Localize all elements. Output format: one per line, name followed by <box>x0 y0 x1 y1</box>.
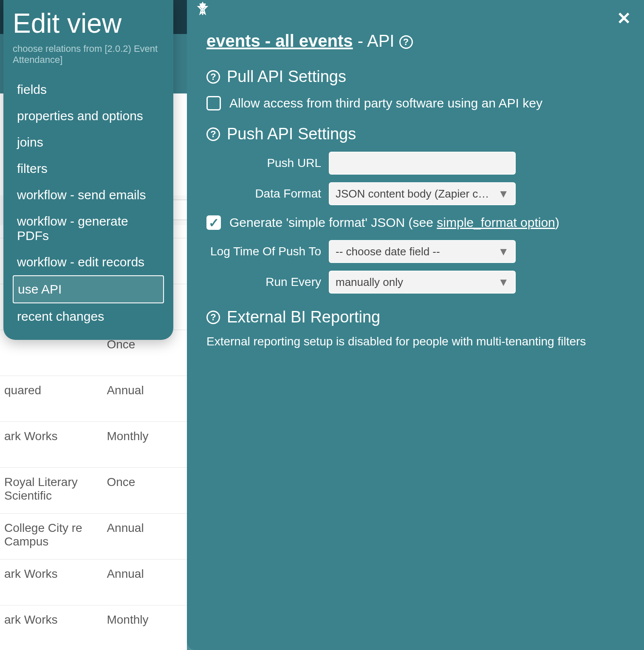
help-icon[interactable]: ? <box>206 127 220 141</box>
log-time-select[interactable]: -- choose date field -- ▼ <box>329 240 516 263</box>
edit-view-item[interactable]: use API <box>13 275 164 303</box>
chevron-down-icon: ▼ <box>498 276 509 289</box>
simple-format-label: Generate 'simple format' JSON (see simpl… <box>229 215 559 230</box>
simple-format-row[interactable]: ✓ Generate 'simple format' JSON (see sim… <box>206 215 624 230</box>
log-time-value: -- choose date field -- <box>336 245 440 258</box>
data-format-select[interactable]: JSON content body (Zapier c… ▼ <box>329 182 516 205</box>
simple-format-suffix: ) <box>555 215 559 229</box>
api-settings-modal: ✕ events - all events - API ? ? Pull API… <box>187 0 644 650</box>
push-section-head: ? Push API Settings <box>206 125 624 143</box>
table-cell: Monthly <box>102 613 193 627</box>
edit-view-menu: fieldsproperties and optionsjoinsfilters… <box>13 76 164 330</box>
edit-view-item[interactable]: joins <box>13 129 164 155</box>
data-format-row: Data Format JSON content body (Zapier c…… <box>206 182 624 205</box>
run-every-row: Run Every manually only ▼ <box>206 271 624 294</box>
data-format-label: Data Format <box>206 187 321 201</box>
modal-title: events - all events - API ? <box>206 31 624 51</box>
table-cell: Annual <box>102 567 193 581</box>
table-cell: Annual <box>102 521 193 535</box>
table-cell: quared <box>0 384 102 397</box>
push-url-label: Push URL <box>206 156 321 170</box>
close-icon[interactable]: ✕ <box>617 8 631 28</box>
pull-allow-access-row[interactable]: Allow access from third party software u… <box>206 96 624 110</box>
edit-view-item[interactable]: workflow - generate PDFs <box>13 208 164 249</box>
pull-allow-access-label: Allow access from third party software u… <box>229 96 542 110</box>
run-every-label: Run Every <box>206 275 321 289</box>
bi-section-label: External BI Reporting <box>227 308 380 326</box>
edit-view-title: Edit view <box>13 8 164 39</box>
bi-section-head: ? External BI Reporting <box>206 308 624 326</box>
chevron-down-icon: ▼ <box>498 187 509 201</box>
edit-view-subtitle: choose relations from [2.0.2) Event Atte… <box>13 43 164 65</box>
table-cell: Once <box>102 475 193 489</box>
checkbox-checked-icon[interactable]: ✓ <box>206 215 221 230</box>
table-cell: College City re Campus <box>0 521 102 548</box>
modal-title-suffix: - API <box>353 31 395 50</box>
edit-view-item[interactable]: workflow - send emails <box>13 182 164 208</box>
run-every-select[interactable]: manually only ▼ <box>329 271 516 294</box>
push-url-input[interactable] <box>329 152 516 175</box>
push-section-label: Push API Settings <box>227 125 356 143</box>
checkbox-unchecked-icon[interactable] <box>206 96 221 110</box>
run-every-value: manually only <box>336 276 403 289</box>
data-format-value: JSON content body (Zapier c… <box>336 187 489 201</box>
log-time-label: Log Time Of Push To <box>206 245 321 258</box>
edit-view-item[interactable]: recent changes <box>13 303 164 330</box>
simple-format-link[interactable]: simple_format option <box>437 215 555 229</box>
table-cell: ark Works <box>0 430 102 443</box>
table-cell: Annual <box>102 384 193 397</box>
bi-disabled-note: External reporting setup is disabled for… <box>206 335 624 348</box>
modal-title-link[interactable]: events - all events <box>206 31 353 50</box>
chevron-down-icon: ▼ <box>498 245 509 258</box>
edit-view-panel: Edit view choose relations from [2.0.2) … <box>3 0 173 340</box>
table-cell: ark Works <box>0 613 102 627</box>
edit-view-item[interactable]: fields <box>13 76 164 103</box>
pull-section-label: Pull API Settings <box>227 68 346 86</box>
pin-icon[interactable] <box>195 2 210 16</box>
edit-view-item[interactable]: properties and options <box>13 103 164 129</box>
table-cell: ark Works <box>0 567 102 581</box>
table-cell: Royal Literary Scientific <box>0 475 102 503</box>
pull-section-head: ? Pull API Settings <box>206 68 624 86</box>
table-cell: Monthly <box>102 430 193 443</box>
simple-format-prefix: Generate 'simple format' JSON (see <box>229 215 437 229</box>
log-time-row: Log Time Of Push To -- choose date field… <box>206 240 624 263</box>
help-icon[interactable]: ? <box>206 311 220 324</box>
help-icon[interactable]: ? <box>206 70 220 84</box>
push-url-row: Push URL <box>206 152 624 175</box>
help-icon[interactable]: ? <box>399 35 413 49</box>
edit-view-item[interactable]: workflow - edit records <box>13 249 164 275</box>
edit-view-item[interactable]: filters <box>13 155 164 182</box>
